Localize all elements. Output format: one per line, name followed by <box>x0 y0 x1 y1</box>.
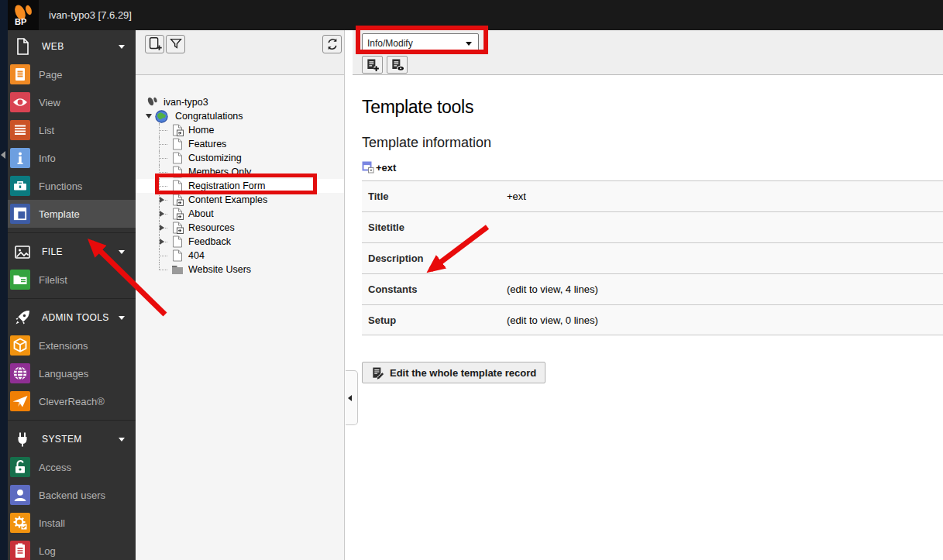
new-page-icon <box>146 36 163 53</box>
new-template-button[interactable] <box>362 56 383 74</box>
edit-button-label: Edit the whole template record <box>390 367 536 379</box>
top-bar: BP ivan-typo3 [7.6.29] <box>0 0 943 30</box>
sidebar-item-filelist[interactable]: Filelist <box>8 266 136 294</box>
chevron-down-icon <box>119 45 125 49</box>
chevron-down-icon <box>119 250 125 254</box>
tree-node-root[interactable]: ivan-typo3 <box>136 95 344 109</box>
chevron-down-icon <box>119 438 125 441</box>
tree-node-404[interactable]: 404 <box>136 249 344 263</box>
toolbox-icon <box>10 176 30 196</box>
new-page-button[interactable] <box>145 35 164 53</box>
module-menu-collapse-rail[interactable] <box>0 0 8 560</box>
gear-icon <box>10 513 30 533</box>
sidebar-item-extensions[interactable]: Extensions <box>8 332 136 359</box>
tree-node-home[interactable]: Home <box>136 123 344 137</box>
folder-icon <box>10 270 30 290</box>
page-shortcut-icon <box>171 124 184 136</box>
tree-node-about[interactable]: About <box>136 207 344 221</box>
page-shortcut-icon <box>171 194 184 206</box>
sidebar-item-languages[interactable]: Languages <box>8 359 136 387</box>
tree-node-congratulations[interactable]: Congratulations <box>136 109 344 123</box>
expand-toggle-icon[interactable] <box>160 239 164 245</box>
section-system[interactable]: SYSTEM <box>8 425 136 453</box>
document-plus-icon <box>365 57 380 73</box>
edit-template-record-button[interactable]: Edit the whole template record <box>362 362 545 383</box>
section-divider <box>8 298 136 299</box>
page-shortcut-icon <box>171 208 184 220</box>
tree-connector <box>159 193 171 207</box>
folder-icon <box>171 263 184 276</box>
tree-node-features[interactable]: Features <box>136 137 344 151</box>
tree-connector <box>159 263 171 277</box>
filter-icon <box>167 36 184 53</box>
sidebar-item-info[interactable]: Info <box>8 144 136 172</box>
section-file[interactable]: FILE <box>8 238 136 266</box>
typo3-logo[interactable]: BP <box>8 0 39 30</box>
section-admin-tools[interactable]: ADMIN TOOLS <box>8 304 136 332</box>
template-record[interactable]: +ext <box>362 161 943 173</box>
tree-node-website-users[interactable]: Website Users <box>136 263 344 277</box>
sidebar-item-log[interactable]: Log <box>8 537 136 560</box>
record-name: +ext <box>376 162 396 173</box>
page-icon <box>10 64 30 84</box>
log-icon <box>10 541 30 560</box>
logo-text: BP <box>15 17 26 26</box>
sidebar-item-template[interactable]: Template <box>8 200 136 228</box>
collapse-toggle-icon[interactable] <box>146 114 155 119</box>
rocket-icon <box>13 308 32 327</box>
sidebar-item-access[interactable]: Access <box>8 453 136 481</box>
sidebar-item-functions[interactable]: Functions <box>8 172 136 200</box>
refresh-button[interactable] <box>322 35 342 53</box>
page-tree-toolbar <box>136 30 344 75</box>
page-tree-panel: ivan-typo3 Congratulations Home Fea <box>136 30 345 560</box>
list-icon <box>10 120 30 140</box>
tree-node-members-only[interactable]: Members Only <box>136 165 344 179</box>
content-area: Info/Modify Template tools Template info… <box>353 30 943 560</box>
sidebar-item-install[interactable]: Install <box>8 509 136 537</box>
page-icon <box>171 152 184 164</box>
table-row: Setup (edit to view, 0 lines) <box>362 304 943 335</box>
page-icon <box>171 235 184 248</box>
page-title: Template tools <box>362 97 943 118</box>
tree-node-customizing[interactable]: Customizing <box>136 151 344 165</box>
globe-icon <box>10 363 30 383</box>
tree-connector <box>159 165 171 179</box>
section-divider <box>8 232 136 233</box>
filter-button[interactable] <box>166 35 185 53</box>
user-icon <box>10 485 30 505</box>
tree-connector <box>159 179 171 193</box>
refresh-icon <box>324 36 341 53</box>
collapse-left-icon <box>1 151 5 159</box>
sidebar-item-backend-users[interactable]: Backend users <box>8 481 136 509</box>
page-shortcut-icon <box>171 222 184 234</box>
tree-node-feedback[interactable]: Feedback <box>136 235 344 249</box>
info-icon <box>10 148 30 168</box>
expand-toggle-icon[interactable] <box>160 197 164 203</box>
view-template-button[interactable] <box>387 56 408 74</box>
expand-toggle-icon[interactable] <box>160 225 164 231</box>
tree-node-registration-form[interactable]: Registration Form <box>136 179 344 193</box>
sidebar-item-cleverreach[interactable]: CleverReach® <box>8 387 136 415</box>
tree-connector <box>159 207 171 221</box>
page-icon <box>171 180 184 192</box>
tree-connector <box>159 235 171 249</box>
tree-node-content-examples[interactable]: Content Examples <box>136 193 344 207</box>
function-menu-select[interactable]: Info/Modify <box>362 33 479 53</box>
edit-record-icon <box>371 366 384 380</box>
template-icon <box>10 204 30 224</box>
sidebar-item-list[interactable]: List <box>8 116 136 144</box>
module-sidebar: WEB Page View List Info Functions <box>8 30 136 560</box>
section-divider <box>8 420 136 421</box>
eye-icon <box>10 92 30 112</box>
panel-divider <box>346 30 353 560</box>
paper-plane-icon <box>10 391 30 411</box>
expand-toggle-icon[interactable] <box>160 211 164 217</box>
sidebar-item-page[interactable]: Page <box>8 60 136 88</box>
page-icon <box>171 249 184 262</box>
section-web[interactable]: WEB <box>8 33 136 60</box>
tree-node-resources[interactable]: Resources <box>136 221 344 235</box>
tree-connector <box>159 249 171 263</box>
sidebar-item-view[interactable]: View <box>8 88 136 116</box>
globe-icon <box>155 110 168 123</box>
tree-collapse-handle[interactable] <box>346 370 358 425</box>
